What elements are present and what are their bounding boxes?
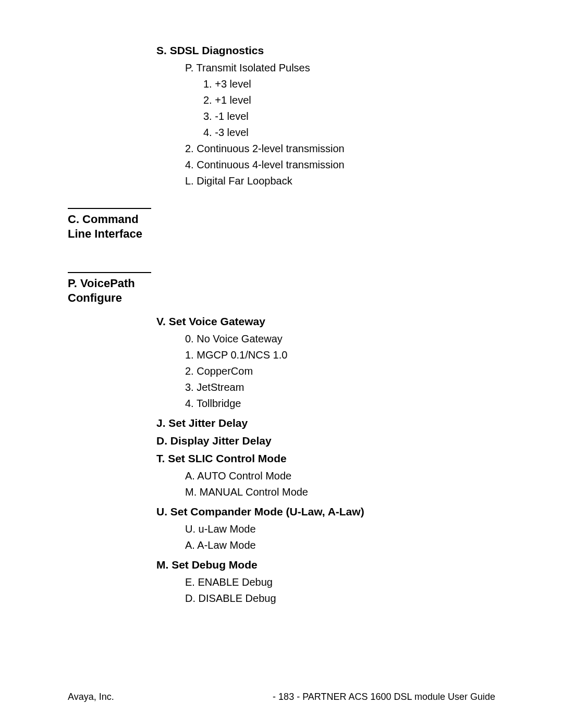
heading-set-debug-mode: M. Set Debug Mode	[156, 559, 495, 571]
list-item: D. DISABLE Debug	[185, 590, 495, 607]
list-item: U. u-Law Mode	[185, 521, 495, 537]
list-item: A. A-Law Mode	[185, 537, 495, 553]
heading-sdsl-diagnostics: S. SDSL Diagnostics	[156, 44, 495, 57]
heading-command-line-interface: C. Command Line Interface	[68, 208, 151, 241]
footer-page-number: - 183 -	[273, 692, 300, 702]
list-item: P. Transmit Isolated Pulses	[185, 60, 495, 76]
list-item: L. Digital Far Loopback	[185, 173, 495, 189]
footer-company: Avaya, Inc.	[68, 692, 114, 702]
list-item: 4. -3 level	[203, 125, 495, 141]
list-item: 1. MGCP 0.1/NCS 1.0	[185, 347, 495, 363]
list-item: 4. Continuous 4-level transmission	[185, 157, 495, 173]
footer-title: - 183 - PARTNER ACS 1600 DSL module User…	[273, 692, 495, 702]
list-item: 0. No Voice Gateway	[185, 331, 495, 347]
list-item: 2. Continuous 2-level transmission	[185, 141, 495, 157]
list-item: 3. JetStream	[185, 379, 495, 396]
list-item: 4. Tollbridge	[185, 396, 495, 412]
list-item: 2. +1 level	[203, 92, 495, 108]
document-page: S. SDSL Diagnostics P. Transmit Isolated…	[0, 0, 563, 728]
list-item: 3. -1 level	[203, 108, 495, 125]
heading-set-jitter-delay: J. Set Jitter Delay	[156, 417, 495, 429]
list-item: A. AUTO Control Mode	[185, 468, 495, 484]
heading-set-voice-gateway: V. Set Voice Gateway	[156, 315, 495, 328]
list-item: 1. +3 level	[203, 76, 495, 92]
heading-set-compander-mode: U. Set Compander Mode (U-Law, A-Law)	[156, 505, 495, 518]
list-item: 2. CopperCom	[185, 363, 495, 379]
list-item: M. MANUAL Control Mode	[185, 484, 495, 500]
heading-display-jitter-delay: D. Display Jitter Delay	[156, 435, 495, 447]
list-item: E. ENABLE Debug	[185, 574, 495, 590]
heading-voicepath-configure: P. VoicePath Configure	[68, 272, 151, 305]
content-area: S. SDSL Diagnostics P. Transmit Isolated…	[68, 44, 495, 607]
heading-set-slic-control-mode: T. Set SLIC Control Mode	[156, 452, 495, 465]
footer-guide-title: PARTNER ACS 1600 DSL module User Guide	[302, 692, 495, 702]
